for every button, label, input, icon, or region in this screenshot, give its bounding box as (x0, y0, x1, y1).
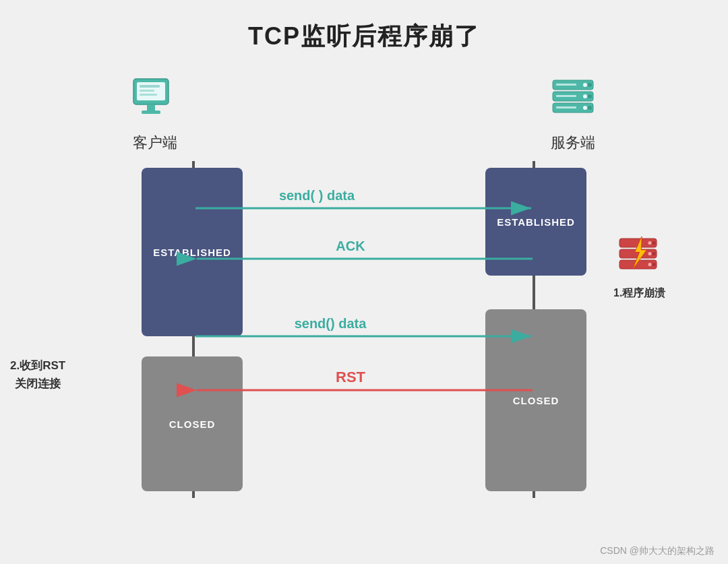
annotation-left: 2.收到RST 关闭连接 (10, 356, 65, 393)
state-closed-left: CLOSED (142, 356, 243, 491)
page-title: TCP监听后程序崩了 (248, 20, 480, 53)
computer-icon (128, 73, 182, 127)
svg-point-34 (652, 263, 655, 266)
arrow3-label: send() data (295, 316, 367, 331)
arrow4-label: RST (336, 369, 366, 385)
client-icon-group: 客户端 (128, 73, 182, 153)
diagram-area: 客户端 (61, 73, 667, 518)
svg-rect-17 (556, 95, 576, 97)
svg-point-10 (583, 83, 587, 87)
state-established-left: ESTABLISHED (142, 168, 243, 336)
server-icon (546, 73, 600, 127)
svg-rect-5 (140, 90, 154, 92)
arrow1-label: send( ) data (279, 188, 355, 203)
svg-point-31 (648, 252, 651, 255)
watermark: CSDN @帅大大的架构之路 (600, 545, 715, 557)
svg-rect-4 (140, 85, 160, 88)
svg-rect-16 (556, 84, 576, 86)
svg-rect-18 (556, 106, 576, 108)
svg-point-33 (648, 263, 651, 266)
columns-area: ESTABLISHED CLOSED ESTABLISHED CLOSED (61, 161, 667, 498)
svg-point-11 (588, 83, 592, 87)
main-container: TCP监听后程序崩了 (0, 0, 728, 564)
svg-point-15 (588, 106, 592, 110)
svg-point-29 (648, 241, 651, 245)
svg-rect-2 (147, 104, 155, 111)
svg-rect-3 (142, 111, 160, 114)
annotation-right: 1.程序崩溃 (613, 286, 665, 301)
arrow2-label: ACK (336, 239, 365, 253)
state-closed-right: CLOSED (485, 309, 586, 491)
svg-point-14 (583, 106, 587, 110)
server-icon-group: 服务端 (546, 73, 600, 153)
icons-row: 客户端 (61, 73, 667, 153)
annotation-left-line2: 关闭连接 (15, 377, 61, 390)
client-label: 客户端 (133, 133, 177, 153)
annotation-left-line1: 2.收到RST (10, 359, 65, 372)
state-established-right: ESTABLISHED (485, 168, 586, 276)
svg-point-13 (588, 94, 592, 98)
crash-icon-group: 1.程序崩溃 (613, 235, 665, 301)
svg-rect-6 (140, 94, 157, 96)
svg-point-32 (652, 252, 655, 255)
svg-point-12 (583, 94, 587, 98)
server-label: 服务端 (551, 133, 595, 153)
damaged-server-icon (616, 235, 663, 282)
svg-point-30 (652, 241, 655, 245)
